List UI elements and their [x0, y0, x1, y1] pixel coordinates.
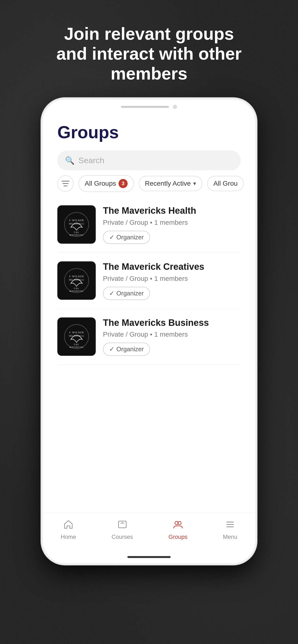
recently-active-filter[interactable]: Recently Active ▾ [139, 176, 202, 191]
page-headline: Join relevant groups and interact with o… [29, 0, 269, 98]
organizer-badge: ✓ Organizer [103, 287, 150, 300]
all-groups-label: All Groups [85, 180, 116, 187]
check-icon: ✓ [109, 346, 114, 353]
menu-icon [225, 519, 235, 532]
group-info: The Mavericks Business Private / Group •… [103, 318, 241, 356]
nav-item-courses[interactable]: Courses [112, 519, 133, 540]
group-logo: C WILSON MELODICELLI THE MAVERICKS [57, 262, 96, 300]
organizer-badge: ✓ Organizer [103, 231, 150, 244]
group-item[interactable]: C WILSON MELODICELLI THE MAVERICKS The M… [57, 253, 241, 309]
bottom-navigation: Home Courses [43, 513, 255, 551]
group-name: The Mavericks Business [103, 318, 241, 328]
groups-count-badge: 3 [118, 179, 128, 188]
nav-label-groups: Groups [169, 534, 187, 540]
nav-label-menu: Menu [223, 534, 237, 540]
svg-text:MAVERICKS: MAVERICKS [69, 234, 83, 236]
home-icon [63, 519, 74, 532]
all-groups-type-filter[interactable]: All Grou [207, 176, 244, 191]
group-item[interactable]: C WILSON MELODICELLI THE MAVERICKS The M… [57, 309, 241, 365]
camera-dot [173, 105, 177, 109]
home-indicator [127, 556, 171, 558]
page-title: Groups [57, 124, 241, 141]
group-item[interactable]: C WILSON MELODICELLI THE MAVERICKS The M… [57, 197, 241, 253]
svg-text:C WILSON: C WILSON [69, 219, 84, 222]
svg-text:C WILSON: C WILSON [69, 330, 84, 334]
svg-text:C WILSON: C WILSON [69, 275, 84, 278]
all-groups-type-label: All Grou [213, 180, 238, 187]
svg-text:THE: THE [74, 232, 79, 234]
group-logo: C WILSON MELODICELLI THE MAVERICKS [57, 205, 96, 244]
notch-bar [121, 106, 169, 108]
all-groups-filter[interactable]: All Groups 3 [78, 175, 134, 192]
group-info: The Mavericks Health Private / Group • 1… [103, 205, 241, 244]
status-bar [43, 100, 255, 114]
phone-screen: Groups 🔍 Search All Groups 3 [43, 100, 255, 563]
group-meta: Private / Group • 1 members [103, 219, 241, 226]
svg-text:THE: THE [74, 288, 79, 290]
svg-text:MAVERICKS: MAVERICKS [69, 346, 83, 348]
search-icon: 🔍 [65, 156, 75, 165]
recently-active-label: Recently Active [145, 180, 191, 187]
groups-list: C WILSON MELODICELLI THE MAVERICKS The M… [43, 197, 255, 513]
phone-frame: Groups 🔍 Search All Groups 3 [41, 98, 257, 565]
nav-item-menu[interactable]: Menu [223, 519, 237, 540]
group-name: The Mavericks Health [103, 205, 241, 216]
home-indicator-bar [43, 551, 255, 563]
nav-label-home: Home [61, 534, 76, 540]
filter-row: All Groups 3 Recently Active ▾ All Grou [43, 175, 255, 197]
svg-text:THE: THE [74, 344, 79, 346]
group-name: The Maverick Creatives [103, 262, 241, 272]
check-icon: ✓ [109, 234, 114, 241]
group-meta: Private / Group • 1 members [103, 330, 241, 338]
search-placeholder: Search [78, 156, 104, 165]
svg-text:MAVERICKS: MAVERICKS [69, 290, 83, 292]
nav-label-courses: Courses [112, 534, 133, 540]
organizer-badge: ✓ Organizer [103, 342, 150, 356]
dropdown-arrow-icon: ▾ [193, 180, 196, 187]
courses-icon [117, 519, 128, 532]
group-info: The Maverick Creatives Private / Group •… [103, 262, 241, 300]
nav-item-home[interactable]: Home [61, 519, 76, 540]
nav-item-groups[interactable]: Groups [169, 519, 187, 540]
app-header: Groups [43, 114, 255, 146]
filter-icon-button[interactable] [57, 176, 74, 192]
group-logo: C WILSON MELODICELLI THE MAVERICKS [57, 318, 96, 356]
groups-icon [173, 519, 183, 532]
group-meta: Private / Group • 1 members [103, 275, 241, 282]
app-content: Groups 🔍 Search All Groups 3 [43, 114, 255, 563]
check-icon: ✓ [109, 290, 114, 297]
search-bar[interactable]: 🔍 Search [57, 150, 241, 170]
